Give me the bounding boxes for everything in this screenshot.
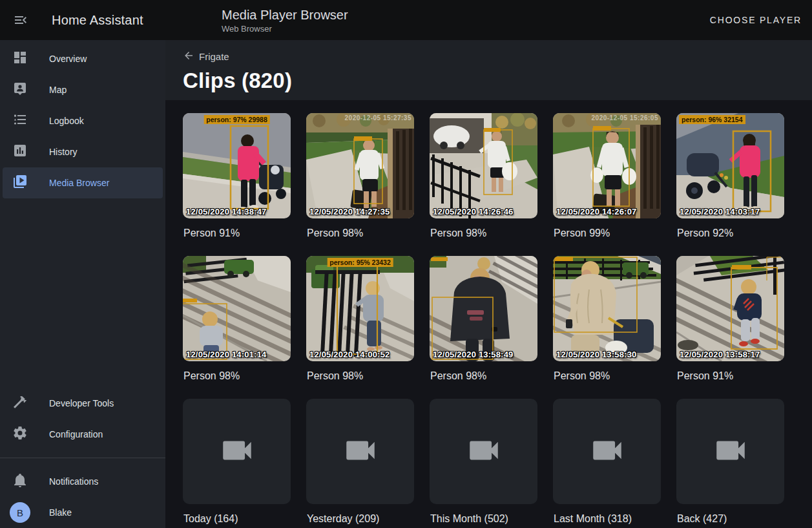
folder-caption: Today (164): [183, 512, 291, 525]
clip-timestamp-overlay: 12/05/2020 14:26:46: [433, 207, 514, 216]
panel-header: Media Player Browser Web Browser: [222, 7, 348, 34]
sidebar-item-label: Logbook: [49, 116, 84, 126]
clip-caption: Person 92%: [677, 227, 784, 239]
app-bar: Home Assistant Media Player Browser Web …: [0, 0, 812, 40]
sidebar-item-label: Overview: [49, 54, 87, 64]
view-dashboard-icon: [12, 50, 28, 68]
folder-thumbnail: [676, 399, 784, 504]
video-icon: [465, 432, 503, 472]
folder-caption: This Month (502): [430, 512, 537, 525]
clip-card[interactable]: 2020-12-05 15:26:0512/05/2020 14:26:07Pe…: [553, 113, 661, 256]
folder-caption: Last Month (318): [554, 512, 661, 525]
clip-caption: Person 91%: [183, 227, 291, 239]
sidebar-item-configuration[interactable]: Configuration: [0, 419, 165, 450]
breadcrumb-back-link[interactable]: Frigate: [183, 50, 229, 63]
folder-caption: Yesterday (209): [307, 512, 414, 525]
chart-box-icon: [12, 143, 28, 161]
media-grid-area: person: 97% 2998812/05/2020 14:38:47Pers…: [165, 100, 812, 528]
clip-thumbnail: person: 97% 2998812/05/2020 14:38:47: [183, 113, 291, 218]
clip-thumbnail: 2020-12-05 15:26:0512/05/2020 14:26:07: [553, 113, 661, 218]
clip-caption: Person 99%: [554, 227, 661, 239]
clip-timestamp-overlay: 12/05/2020 14:01:14: [186, 350, 267, 359]
detection-label: person: 95% 23432: [327, 258, 393, 267]
avatar: B: [10, 502, 30, 523]
folder-thumbnail: [430, 399, 537, 504]
folder-card-today-164[interactable]: Today (164): [183, 399, 291, 528]
arrow-left-icon: [183, 50, 194, 63]
clip-thumbnail: person: 96% 3215412/05/2020 14:03:17: [676, 113, 784, 218]
folder-thumbnail: [306, 399, 414, 504]
sidebar-divider: [0, 458, 165, 458]
video-icon: [218, 432, 256, 472]
video-icon: [712, 432, 749, 472]
clip-scene-image: [306, 256, 414, 361]
clip-thumbnail: 12/05/2020 13:58:17: [676, 256, 784, 361]
camera-osd-timestamp: 2020-12-05 15:27:35: [345, 114, 411, 121]
sidebar-item-label: History: [49, 147, 78, 157]
detection-label: person: 96% 32154: [679, 115, 745, 124]
panel-subtitle: Web Browser: [222, 24, 348, 34]
sidebar-item-label: Configuration: [49, 429, 103, 439]
clip-scene-image: [306, 113, 414, 218]
sidebar-item-notifications[interactable]: Notifications: [0, 466, 165, 497]
menu-open-icon: [13, 20, 28, 30]
folder-caption: Back (427): [677, 512, 784, 525]
folder-card-yesterday-209[interactable]: Yesterday (209): [306, 399, 414, 528]
clip-card[interactable]: person: 96% 3215412/05/2020 14:03:17Pers…: [676, 113, 784, 256]
folder-card-back-427[interactable]: Back (427): [676, 399, 784, 528]
folder-thumbnail: [183, 399, 291, 504]
clip-card[interactable]: 12/05/2020 14:01:14Person 98%: [183, 256, 291, 399]
sidebar-item-developer-tools[interactable]: Developer Tools: [0, 388, 165, 419]
user-name: Blake: [49, 507, 72, 518]
clip-card[interactable]: person: 97% 2998812/05/2020 14:38:47Pers…: [183, 113, 291, 256]
app-title: Home Assistant: [52, 13, 143, 28]
camera-osd-timestamp: 2020-12-05 15:26:05: [592, 114, 658, 121]
sidebar-item-history[interactable]: History: [0, 136, 165, 167]
sidebar-item-logbook[interactable]: Logbook: [0, 105, 165, 136]
sidebar-item-label: Developer Tools: [49, 398, 114, 408]
clip-scene-image: [553, 256, 661, 361]
clip-timestamp-overlay: 12/05/2020 14:26:07: [556, 207, 637, 216]
clip-scene-image: [676, 113, 784, 218]
clip-scene-image: [183, 256, 291, 361]
video-icon: [588, 432, 626, 472]
folder-card-this-month-502[interactable]: This Month (502): [430, 399, 537, 528]
sidebar-item-map[interactable]: Map: [0, 74, 165, 105]
clip-timestamp-overlay: 12/05/2020 13:58:17: [680, 350, 760, 359]
clip-timestamp-overlay: 12/05/2020 13:58:49: [433, 350, 514, 359]
clip-card[interactable]: person: 95% 2343212/05/2020 14:00:52Pers…: [306, 256, 414, 399]
clip-card[interactable]: 12/05/2020 14:26:46Person 98%: [430, 113, 537, 256]
main-panel: Frigate Clips (820) person: 97% 2998812/…: [165, 40, 812, 528]
clip-thumbnail: 12/05/2020 13:58:49: [430, 256, 537, 361]
clip-scene-image: [553, 113, 661, 218]
video-icon: [342, 432, 379, 472]
sidebar-item-user[interactable]: B Blake: [0, 497, 165, 528]
sidebar-bottom: Developer ToolsConfiguration Notificatio…: [0, 388, 165, 528]
clip-caption: Person 98%: [307, 370, 414, 382]
play-box-multiple-icon: [12, 174, 28, 192]
clip-card[interactable]: 2020-12-05 15:27:3512/05/2020 14:27:35Pe…: [306, 113, 414, 256]
clip-thumbnail: person: 95% 2343212/05/2020 14:00:52: [306, 256, 414, 361]
clip-card[interactable]: 12/05/2020 13:58:49Person 98%: [430, 256, 537, 399]
choose-player-button[interactable]: CHOOSE PLAYER: [710, 15, 802, 25]
sidebar: OverviewMapLogbookHistoryMedia Browser D…: [0, 40, 165, 528]
clip-scene-image: [676, 256, 784, 361]
sidebar-item-overview[interactable]: Overview: [0, 43, 165, 74]
clip-card[interactable]: 12/05/2020 13:58:30Person 98%: [553, 256, 661, 399]
sidebar-item-label: Map: [49, 85, 67, 95]
cog-icon: [12, 425, 28, 443]
clip-thumbnail: 12/05/2020 14:26:46: [430, 113, 537, 218]
sidebar-item-media-browser[interactable]: Media Browser: [3, 167, 163, 198]
page-title: Clips (820): [183, 69, 812, 93]
home-assistant-app: Home Assistant Media Player Browser Web …: [0, 0, 812, 528]
clip-thumbnail: 2020-12-05 15:27:3512/05/2020 14:27:35: [306, 113, 414, 218]
clip-caption: Person 98%: [183, 370, 291, 382]
panel-title: Media Player Browser: [222, 7, 348, 23]
clip-timestamp-overlay: 12/05/2020 14:38:47: [186, 207, 267, 216]
folder-thumbnail: [553, 399, 661, 504]
sidebar-toggle-button[interactable]: [13, 12, 28, 28]
content-header: Frigate Clips (820): [165, 40, 812, 100]
folder-card-last-month-318[interactable]: Last Month (318): [553, 399, 661, 528]
clip-card[interactable]: 12/05/2020 13:58:17Person 91%: [676, 256, 784, 399]
hammer-icon: [12, 394, 28, 412]
